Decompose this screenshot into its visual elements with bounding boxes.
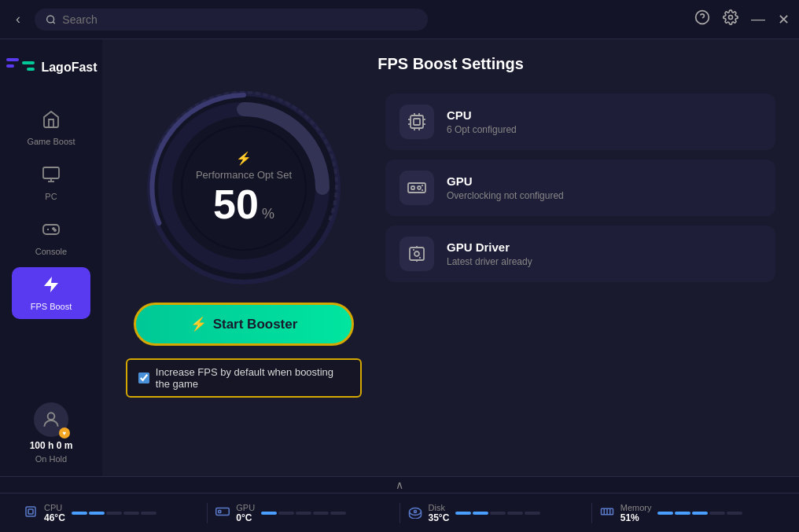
search-box[interactable]: [35, 9, 428, 31]
minimize-button[interactable]: —: [751, 11, 765, 28]
search-icon: [46, 14, 56, 25]
gauge-label: Performance Opt Set: [196, 169, 292, 181]
chevron-up-icon[interactable]: ∧: [396, 479, 403, 491]
timer-text: 100 h 0 m: [30, 440, 73, 451]
topbar: ‹ — ✕: [0, 0, 799, 39]
svg-rect-45: [26, 507, 35, 516]
sidebar-item-game-boost-label: Game Boost: [27, 137, 75, 146]
status-gpu-info: GPU 0°C: [236, 503, 255, 523]
search-input[interactable]: [62, 13, 417, 26]
svg-point-4: [729, 16, 733, 20]
svg-point-16: [54, 229, 56, 231]
avatar-badge: ♥: [59, 427, 70, 438]
stat-card-gpu[interactable]: GPU Overclocking not configured: [385, 160, 775, 216]
gpu-card-info: GPU Overclocking not configured: [447, 174, 564, 201]
sidebar-item-fps-boost-label: FPS Boost: [31, 302, 72, 311]
pc-icon: [42, 165, 61, 189]
main-layout: LagoFast Game Boost PC: [0, 39, 799, 476]
cpu-card-sub: 6 Opt configured: [447, 124, 517, 135]
status-cpu-bar: [72, 512, 156, 515]
svg-rect-48: [219, 510, 221, 512]
status-memory-bar: [657, 512, 742, 515]
fps-checkbox-row: Increase FPS by default when boosting th…: [126, 358, 362, 398]
cpu-card-info: CPU 6 Opt configured: [447, 108, 517, 135]
cpu-card-icon: [400, 105, 434, 139]
status-disk-bar: [455, 512, 540, 515]
gpu-driver-card-sub: Latest driver already: [447, 256, 532, 267]
sidebar-item-pc[interactable]: PC: [12, 157, 90, 209]
sidebar-item-console-label: Console: [35, 247, 67, 256]
status-cpu-icon: [24, 504, 38, 522]
cpu-card-title: CPU: [447, 108, 517, 122]
status-disk-info: Disk 35°C: [429, 503, 450, 523]
stat-card-gpu-driver[interactable]: GPU Driver Latest driver already: [385, 226, 775, 282]
svg-rect-39: [410, 248, 424, 260]
status-disk-icon: [408, 504, 422, 522]
svg-point-50: [414, 510, 416, 512]
gpu-driver-card-title: GPU Driver: [447, 240, 532, 254]
gauge-value: 50: [213, 184, 259, 225]
status-item-cpu: CPU 46°C: [16, 503, 207, 523]
start-booster-label: Start Booster: [213, 317, 298, 332]
start-booster-button[interactable]: ⚡ Start Booster: [134, 303, 354, 346]
svg-point-0: [47, 15, 54, 22]
status-disk-label: Disk: [429, 503, 450, 512]
gauge-unit: %: [262, 206, 274, 222]
svg-marker-17: [44, 277, 58, 292]
svg-rect-46: [28, 509, 33, 514]
gauge-center: ⚡ Performance Opt Set 50 %: [196, 151, 292, 225]
status-bar-wrapper: ∧ CPU 46°C: [0, 476, 799, 532]
svg-line-1: [53, 21, 54, 23]
status-disk-value: 35°C: [429, 512, 450, 523]
on-hold-text: On Hold: [35, 454, 67, 464]
settings-icon[interactable]: [723, 9, 738, 29]
gauge-bolt-icon: ⚡: [236, 151, 252, 166]
close-button[interactable]: ✕: [778, 11, 790, 28]
svg-rect-25: [414, 119, 420, 125]
logo: LagoFast: [0, 52, 105, 83]
status-bar: CPU 46°C GPU 0°C: [0, 493, 799, 532]
svg-point-40: [414, 251, 419, 256]
svg-point-36: [418, 186, 421, 189]
right-panel: CPU 6 Opt configured: [385, 86, 775, 282]
fps-main: ⚡ Performance Opt Set 50 % ⚡ Start Boost…: [126, 86, 775, 460]
page-title: FPS Boost Settings: [126, 55, 775, 73]
avatar[interactable]: ♥: [34, 402, 68, 437]
sidebar: LagoFast Game Boost PC: [0, 39, 102, 476]
logo-icon: [5, 52, 36, 83]
fps-checkbox-label: Increase FPS by default when boosting th…: [156, 366, 349, 390]
fps-checkbox[interactable]: [138, 372, 149, 384]
svg-point-49: [409, 508, 421, 515]
svg-point-18: [48, 413, 55, 420]
game-boost-icon: [42, 110, 61, 134]
logo-text: LagoFast: [41, 61, 97, 75]
gauge-section: ⚡ Performance Opt Set 50 % ⚡ Start Boost…: [126, 86, 362, 398]
svg-rect-7: [22, 61, 35, 64]
sidebar-item-console[interactable]: Console: [12, 212, 90, 264]
gauge-container: ⚡ Performance Opt Set 50 %: [142, 86, 346, 290]
start-booster-icon: ⚡: [190, 316, 207, 332]
fps-boost-icon: [42, 275, 61, 299]
status-memory-icon: [600, 504, 614, 522]
stat-card-cpu[interactable]: CPU 6 Opt configured: [385, 94, 775, 150]
status-gpu-icon: [215, 504, 230, 522]
support-icon[interactable]: [694, 9, 710, 29]
back-button[interactable]: ‹: [9, 8, 27, 31]
status-gpu-label: GPU: [236, 503, 255, 512]
status-memory-label: Memory: [620, 503, 652, 512]
topbar-actions: — ✕: [694, 9, 790, 29]
console-icon: [42, 220, 61, 244]
sidebar-item-pc-label: PC: [45, 192, 57, 201]
status-item-gpu: GPU 0°C: [207, 503, 399, 523]
svg-rect-6: [6, 64, 14, 68]
status-gpu-value: 0°C: [236, 512, 255, 523]
status-gpu-bar: [261, 512, 346, 515]
svg-rect-8: [27, 68, 35, 71]
status-item-memory: Memory 51%: [591, 503, 783, 523]
svg-rect-35: [411, 186, 414, 189]
gpu-card-icon: [400, 171, 434, 205]
sidebar-item-game-boost[interactable]: Game Boost: [12, 102, 90, 154]
sidebar-item-fps-boost[interactable]: FPS Boost: [12, 267, 90, 319]
gpu-card-sub: Overclocking not configured: [447, 190, 564, 201]
sidebar-bottom: ♥ 100 h 0 m On Hold: [30, 402, 73, 464]
